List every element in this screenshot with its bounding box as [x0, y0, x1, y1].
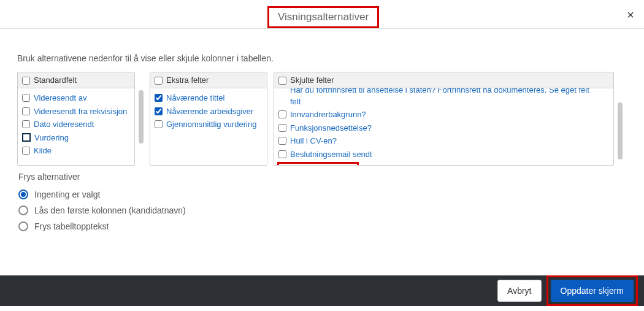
close-icon[interactable]: × [627, 9, 634, 21]
item-label[interactable]: Dato videresendt [34, 119, 94, 130]
item-checkbox[interactable] [22, 107, 30, 115]
list-item: Nåværende tittel [155, 91, 263, 105]
item-label[interactable]: Nåværende tittel [166, 93, 224, 104]
standard-panel-header: Standardfelt [18, 72, 134, 88]
dialog-footer: Avbryt Oppdater skjerm [0, 275, 644, 306]
list-item: Innvandrerbakgrunn? [278, 108, 609, 121]
list-item-cutoff: Har du fortrinnsrett til ansettelse i st… [290, 88, 609, 97]
item-checkbox[interactable] [278, 137, 286, 145]
display-options-dialog: Visningsalternativer × Bruk alternativen… [0, 0, 644, 311]
standard-panel: Standardfelt Videresendt av Videresendt … [17, 72, 135, 166]
item-checkbox[interactable] [155, 107, 163, 115]
item-label[interactable]: Kandidatrangering [291, 164, 356, 165]
list-item-highlighted: Kandidatrangering [278, 161, 609, 165]
list-item: Dato videresendt [22, 118, 130, 131]
radio-label: Lås den første kolonnen (kandidatnavn) [34, 205, 186, 215]
dialog-title: Visningsalternativer [267, 6, 379, 28]
item-label[interactable]: Funksjonsnedsettelse? [290, 123, 372, 134]
item-label[interactable]: Gjennomsnittlig vurdering [166, 119, 256, 130]
update-button[interactable]: Oppdater skjerm [551, 280, 634, 302]
list-item: Beslutningsemail sendt [278, 148, 609, 161]
radio-icon [18, 221, 28, 231]
freeze-options: Frys alternativer Ingenting er valgt Lås… [18, 172, 626, 234]
freeze-title: Frys alternativer [18, 172, 626, 182]
item-checkbox[interactable] [155, 120, 163, 128]
hidden-select-all-checkbox[interactable] [278, 77, 286, 85]
hidden-panel-header: Skjulte felter [274, 72, 613, 88]
item-label[interactable]: Vurdering [34, 132, 69, 144]
standard-list: Videresendt av Videresendt fra rekvisisj… [18, 88, 134, 161]
item-label[interactable]: felt [290, 96, 301, 107]
radio-icon [18, 205, 28, 215]
item-checkbox[interactable] [22, 120, 30, 128]
freeze-option-none[interactable]: Ingenting er valgt [18, 186, 626, 202]
list-item: Funksjonsnedsettelse? [278, 121, 609, 135]
instruction-text: Bruk alternativene nedenfor til å vise e… [17, 53, 627, 63]
item-checkbox[interactable] [278, 150, 286, 158]
update-button-highlight: Oppdater skjerm [546, 275, 638, 306]
item-label[interactable]: Videresendt fra rekvisisjon [34, 106, 127, 117]
radio-label: Frys tabelltopptekst [34, 221, 109, 231]
item-label[interactable]: Innvandrerbakgrunn? [290, 109, 366, 120]
radio-label: Ingenting er valgt [34, 190, 100, 199]
list-item: felt [278, 95, 609, 109]
item-checkbox[interactable] [278, 110, 286, 118]
list-item: Vurdering [22, 131, 130, 145]
scrollbar-indicator[interactable] [139, 90, 144, 144]
standard-select-all-checkbox[interactable] [22, 77, 30, 85]
item-checkbox-outlined[interactable] [22, 133, 31, 142]
item-checkbox[interactable] [278, 124, 286, 132]
list-item: Gjennomsnittlig vurdering [155, 118, 263, 131]
list-item: Kilde [22, 144, 130, 158]
radio-icon [18, 190, 28, 199]
standard-panel-wrap: Standardfelt Videresendt av Videresendt … [17, 72, 144, 166]
item-label[interactable]: Beslutningsemail sendt [290, 149, 372, 160]
item-label[interactable]: Hull i CV-en? [290, 136, 337, 147]
list-item: Videresendt fra rekvisisjon [22, 105, 130, 118]
hidden-panel-wrap: Skjulte felter Har du fortrinnsrett til … [274, 72, 623, 166]
extra-list: Nåværende tittel Nåværende arbeidsgiver … [150, 88, 267, 134]
hidden-list: Har du fortrinnsrett til ansettelse i st… [274, 88, 613, 165]
item-checkbox[interactable] [22, 147, 30, 155]
hidden-header-label: Skjulte felter [290, 75, 334, 85]
item-label[interactable]: Videresendt av [34, 93, 87, 104]
item-label-cutoff[interactable]: Har du fortrinnsrett til ansettelse i st… [290, 88, 589, 96]
standard-header-label: Standardfelt [34, 75, 77, 85]
extra-header-label: Ekstra felter [166, 75, 209, 85]
extra-panel-header: Ekstra felter [150, 72, 267, 88]
extra-panel: Ekstra felter Nåværende tittel Nåværende… [150, 72, 267, 166]
item-checkbox[interactable] [155, 94, 163, 102]
extra-select-all-checkbox[interactable] [155, 77, 163, 85]
freeze-option-header[interactable]: Frys tabelltopptekst [18, 218, 626, 234]
item-label[interactable]: Nåværende arbeidsgiver [166, 106, 253, 117]
scrollbar-indicator[interactable] [618, 102, 623, 159]
columns-container: Standardfelt Videresendt av Videresendt … [17, 72, 627, 166]
dialog-header: Visningsalternativer × [0, 0, 644, 29]
hidden-panel: Skjulte felter Har du fortrinnsrett til … [274, 72, 614, 166]
dialog-body: Bruk alternativene nedenfor til å vise e… [0, 29, 644, 234]
cancel-button[interactable]: Avbryt [497, 280, 541, 302]
item-checkbox[interactable] [22, 94, 30, 102]
item-label[interactable]: Kilde [34, 145, 52, 156]
list-item: Nåværende arbeidsgiver [155, 105, 263, 118]
freeze-option-first-column[interactable]: Lås den første kolonnen (kandidatnavn) [18, 202, 626, 218]
extra-panel-wrap: Ekstra felter Nåværende tittel Nåværende… [150, 72, 267, 166]
list-item: Hull i CV-en? [278, 134, 609, 148]
list-item: Videresendt av [22, 91, 130, 105]
